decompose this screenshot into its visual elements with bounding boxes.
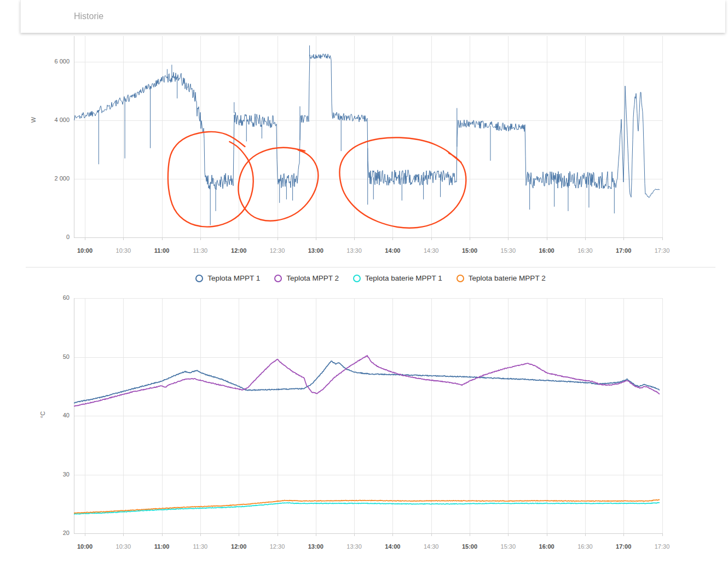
power-x-tick-label: 13:00 bbox=[301, 247, 331, 254]
temperature-x-tick-label: 13:00 bbox=[301, 543, 331, 550]
legend-item-label: Teplota baterie MPPT 2 bbox=[469, 274, 546, 282]
panel-header: Historie bbox=[20, 0, 725, 33]
legend-item-1[interactable]: Teplota MPPT 1 bbox=[195, 274, 260, 282]
power-x-tick-label: 15:00 bbox=[454, 247, 485, 254]
temperature-y-tick-label: 50 bbox=[37, 353, 70, 360]
legend-marker-icon bbox=[457, 275, 464, 282]
power-x-tick-label: 10:00 bbox=[70, 247, 100, 254]
legend-item-4[interactable]: Teplota baterie MPPT 2 bbox=[457, 274, 546, 282]
power-y-tick-label: 0 bbox=[37, 234, 70, 240]
power-y-tick-label: 6 000 bbox=[37, 58, 70, 65]
temperature-x-tick-label: 14:00 bbox=[377, 543, 408, 550]
temperature-x-tick-label: 13:30 bbox=[339, 543, 369, 550]
power-x-tick-label: 13:30 bbox=[339, 247, 369, 254]
power-x-tick-label: 16:00 bbox=[531, 247, 562, 254]
power-x-tick-label: 10:30 bbox=[108, 247, 138, 254]
power-x-tick-label: 11:00 bbox=[147, 247, 177, 254]
power-x-tick-label: 17:30 bbox=[647, 247, 678, 254]
legend-item-label: Teplota MPPT 2 bbox=[286, 274, 339, 282]
temperature-x-tick-label: 12:30 bbox=[262, 543, 293, 550]
power-x-tick-label: 11:30 bbox=[185, 247, 216, 254]
temperature-x-tick-label: 11:00 bbox=[147, 543, 177, 550]
page-title: Historie bbox=[74, 0, 103, 33]
power-x-tick-label: 17:00 bbox=[608, 247, 639, 254]
temperature-chart-canvas[interactable] bbox=[74, 298, 663, 537]
temperature-y-tick-label: 20 bbox=[37, 530, 70, 536]
legend-item-3[interactable]: Teplota baterie MPPT 1 bbox=[353, 274, 442, 282]
power-chart-canvas[interactable] bbox=[74, 36, 663, 241]
legend-marker-icon bbox=[353, 275, 361, 282]
temperature-x-tick-label: 10:30 bbox=[108, 543, 138, 550]
power-x-tick-label: 12:30 bbox=[262, 247, 293, 254]
power-x-tick-label: 14:00 bbox=[377, 247, 408, 254]
temperature-x-tick-label: 11:30 bbox=[185, 543, 216, 550]
temperature-x-tick-label: 15:00 bbox=[454, 543, 485, 550]
power-x-tick-label: 15:30 bbox=[493, 247, 523, 254]
legend-item-label: Teplota MPPT 1 bbox=[207, 274, 260, 282]
temperature-x-tick-label: 14:30 bbox=[416, 543, 447, 550]
power-y-axis-title: W bbox=[30, 117, 37, 123]
legend-marker-icon bbox=[274, 275, 282, 282]
power-x-tick-label: 12:00 bbox=[223, 247, 254, 254]
temperature-x-tick-label: 16:30 bbox=[570, 543, 600, 550]
temperature-y-tick-label: 60 bbox=[37, 294, 70, 301]
legend-marker-icon bbox=[195, 275, 203, 282]
temperature-x-tick-label: 17:00 bbox=[608, 543, 639, 550]
temperature-y-tick-label: 40 bbox=[37, 412, 70, 418]
temperature-x-tick-label: 16:00 bbox=[531, 543, 562, 550]
charts-divider bbox=[26, 267, 715, 267]
temperature-x-tick-label: 17:30 bbox=[647, 543, 678, 550]
temperature-x-tick-label: 15:30 bbox=[493, 543, 523, 550]
temperature-x-tick-label: 10:00 bbox=[70, 543, 100, 550]
power-y-tick-label: 2 000 bbox=[37, 175, 70, 182]
temperature-y-tick-label: 30 bbox=[37, 471, 70, 478]
power-x-tick-label: 16:30 bbox=[570, 247, 600, 254]
power-x-tick-label: 14:30 bbox=[416, 247, 447, 254]
power-y-tick-label: 4 000 bbox=[37, 117, 70, 123]
legend-item-label: Teplota baterie MPPT 1 bbox=[365, 274, 442, 282]
temperature-x-tick-label: 12:00 bbox=[223, 543, 254, 550]
legend-item-2[interactable]: Teplota MPPT 2 bbox=[274, 274, 339, 282]
chart-legend: Teplota MPPT 1Teplota MPPT 2Teplota bate… bbox=[26, 274, 715, 282]
